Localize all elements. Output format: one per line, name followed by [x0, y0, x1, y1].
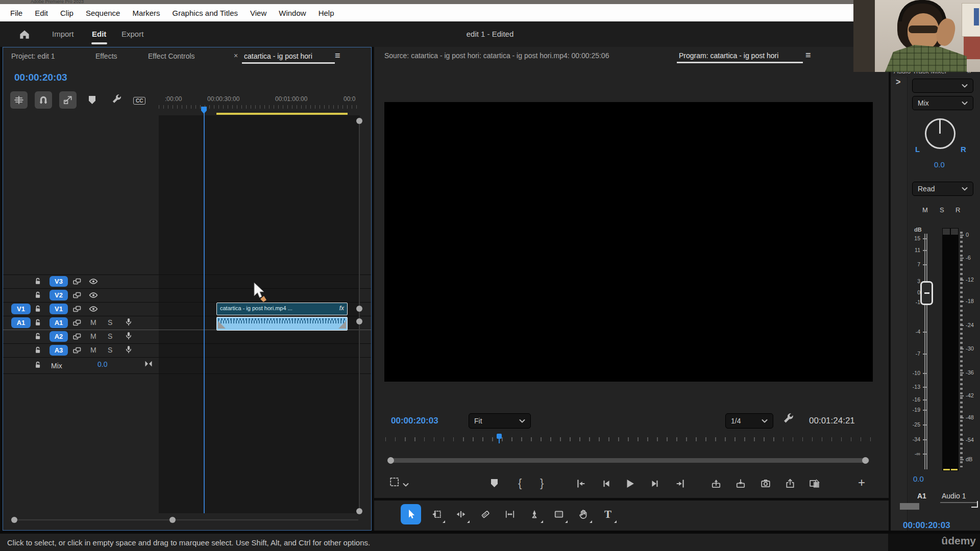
step-back-button[interactable]: [600, 477, 613, 490]
output-bus-dropdown[interactable]: Mix: [912, 96, 973, 110]
lock-icon[interactable]: [34, 346, 42, 357]
lock-icon[interactable]: [34, 305, 42, 315]
mute-button[interactable]: M: [90, 318, 96, 327]
step-forward-button[interactable]: [648, 477, 662, 490]
scrollbar-handle[interactable]: [387, 457, 394, 464]
mix-volume-value[interactable]: 0.0: [97, 360, 107, 368]
settings-chevron-icon[interactable]: [403, 480, 409, 489]
mixer-timecode[interactable]: 00:00:20:03: [903, 520, 950, 531]
zoom-handle-left[interactable]: [11, 517, 17, 523]
mute-button[interactable]: M: [90, 332, 96, 340]
hand-tool[interactable]: [573, 504, 594, 524]
timeline-settings-wrench-icon[interactable]: [111, 94, 122, 108]
program-scrollbar-track[interactable]: [389, 458, 869, 463]
lock-icon[interactable]: [34, 361, 42, 371]
voiceover-mic-icon[interactable]: [124, 345, 133, 357]
menu-graphics-titles[interactable]: Graphics and Titles: [166, 9, 244, 17]
selection-tool[interactable]: [401, 504, 421, 524]
nested-sequence-toggle[interactable]: [10, 91, 28, 109]
solo-button[interactable]: S: [108, 318, 112, 327]
button-editor-plus[interactable]: +: [858, 475, 865, 490]
playhead-line[interactable]: [204, 113, 205, 513]
sync-lock-icon[interactable]: [72, 346, 82, 357]
sync-lock-icon[interactable]: [72, 305, 82, 315]
menu-file[interactable]: File: [4, 9, 29, 17]
add-marker-button[interactable]: [491, 479, 498, 487]
tab-export[interactable]: Export: [121, 30, 143, 38]
tab-effect-controls[interactable]: Effect Controls: [148, 52, 195, 60]
tab-import[interactable]: Import: [52, 30, 74, 38]
mute-button[interactable]: M: [90, 346, 96, 354]
clip-fade-handle-left[interactable]: [218, 321, 226, 329]
scrollbar-handle[interactable]: [356, 508, 362, 514]
automation-mode-dropdown[interactable]: Read: [912, 182, 973, 196]
track-v2-badge[interactable]: V2: [50, 290, 68, 300]
linked-selection-toggle[interactable]: [59, 91, 77, 109]
timeline-video-clip[interactable]: catartica - ig post hori.mp4 ... fx: [216, 303, 348, 315]
vertical-scrollbar-track[interactable]: [359, 124, 360, 509]
mixer-track-name[interactable]: Audio 1: [942, 492, 966, 500]
mixer-scrollbar-piece[interactable]: [900, 503, 919, 510]
lift-button[interactable]: [709, 477, 723, 490]
zoom-handle-right[interactable]: [169, 517, 176, 523]
panel-menu-icon[interactable]: ≡: [335, 51, 340, 61]
keyframe-bowtie-icon[interactable]: [144, 360, 153, 370]
panel-menu-icon[interactable]: ≡: [805, 50, 811, 61]
close-icon[interactable]: ×: [234, 52, 238, 60]
scrollbar-handle[interactable]: [356, 118, 362, 124]
zoom-level-dropdown[interactable]: Fit: [469, 413, 531, 429]
add-marker-button[interactable]: [89, 96, 95, 104]
slip-tool[interactable]: [500, 504, 520, 524]
mark-out-button[interactable]: }: [540, 477, 544, 490]
track-v3-badge[interactable]: V3: [50, 276, 68, 287]
program-mini-ruler[interactable]: [385, 436, 873, 442]
track-v1-badge[interactable]: V1: [50, 304, 68, 314]
playback-resolution-dropdown[interactable]: 1/4: [725, 413, 773, 429]
lock-icon[interactable]: [34, 332, 42, 343]
expand-chevron-icon[interactable]: >: [896, 78, 900, 87]
export-share-button[interactable]: [783, 477, 797, 490]
solo-button[interactable]: S: [108, 332, 112, 340]
tab-sequence-active[interactable]: catartica - ig post hori: [244, 52, 312, 60]
scrollbar-handle[interactable]: [356, 306, 362, 312]
menu-window[interactable]: Window: [273, 9, 312, 17]
menu-clip[interactable]: Clip: [54, 9, 80, 17]
go-to-in-button[interactable]: [574, 477, 587, 490]
tab-project[interactable]: Project: edit 1: [11, 52, 55, 60]
source-patch-a1[interactable]: A1: [11, 317, 31, 328]
tab-edit[interactable]: Edit: [92, 30, 106, 38]
source-patch-v1[interactable]: V1: [11, 304, 31, 314]
track-output-eye-icon[interactable]: [88, 305, 99, 315]
fader-rail[interactable]: [924, 234, 927, 469]
lock-icon[interactable]: [34, 277, 42, 288]
go-to-out-button[interactable]: [674, 477, 687, 490]
captions-cc-button[interactable]: CC: [133, 97, 145, 105]
pen-tool[interactable]: [524, 504, 545, 524]
scrollbar-handle[interactable]: [356, 318, 362, 324]
track-input-dropdown[interactable]: [912, 79, 973, 93]
program-playhead[interactable]: [497, 434, 502, 439]
horizontal-scrollbar-track[interactable]: [14, 519, 358, 520]
timeline-audio-clip[interactable]: [216, 317, 348, 331]
track-a2-badge[interactable]: A2: [50, 331, 68, 342]
monitor-settings-wrench-icon[interactable]: [782, 413, 795, 428]
home-icon[interactable]: [18, 28, 31, 42]
track-output-eye-icon[interactable]: [88, 277, 99, 288]
tab-effects[interactable]: Effects: [95, 52, 117, 60]
timeline-timecode[interactable]: 00:00:20:03: [14, 72, 67, 83]
program-timecode[interactable]: 00:00:20:03: [391, 416, 438, 426]
mixer-record-column[interactable]: R: [955, 206, 960, 214]
comparison-view-button[interactable]: [808, 477, 821, 490]
sync-lock-icon[interactable]: [72, 318, 82, 329]
timeline-ruler[interactable]: :00:00 00:00:30:00 00:01:00:00 00:0: [159, 91, 360, 115]
track-select-forward-tool[interactable]: [426, 504, 447, 524]
mixer-solo-column[interactable]: S: [940, 206, 944, 214]
scrollbar-handle[interactable]: [862, 457, 869, 464]
ripple-edit-tool[interactable]: [451, 504, 471, 524]
sync-lock-icon[interactable]: [72, 277, 82, 288]
menu-help[interactable]: Help: [312, 9, 340, 17]
track-a3-badge[interactable]: A3: [50, 345, 68, 356]
solo-button[interactable]: S: [108, 346, 112, 354]
pan-value[interactable]: 0.0: [934, 160, 945, 169]
tab-program-monitor[interactable]: Program: catartica - ig post hori: [679, 52, 778, 60]
